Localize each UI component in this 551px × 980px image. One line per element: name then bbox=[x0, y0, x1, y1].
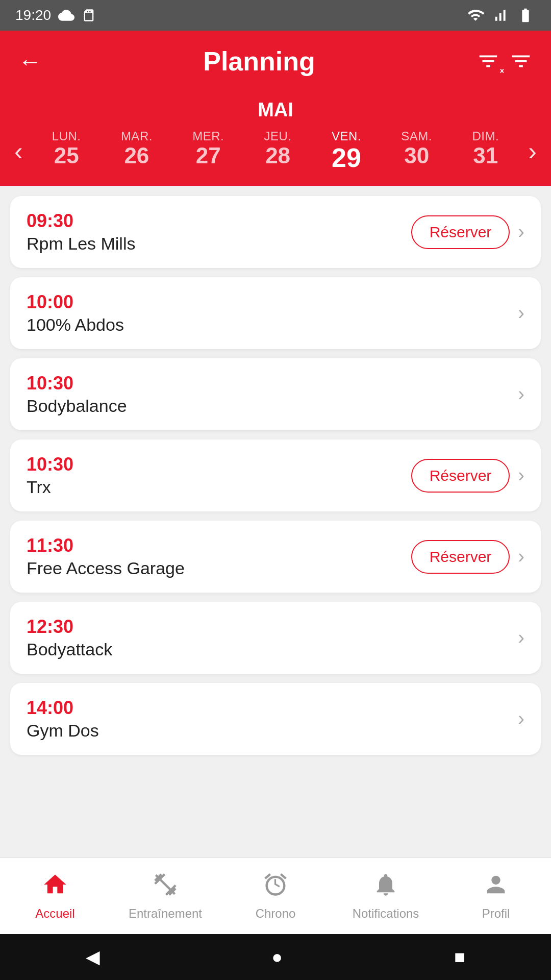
day-num: 27 bbox=[196, 143, 221, 168]
nav-label-entrainement: Entraînement bbox=[129, 906, 202, 921]
day-name: SAM. bbox=[401, 129, 432, 143]
schedule-item-right: › bbox=[518, 708, 524, 730]
day-name: DIM. bbox=[472, 129, 499, 143]
filter-clear-button[interactable]: ₓ bbox=[477, 50, 500, 73]
nav-icon-chrono bbox=[262, 871, 289, 903]
chevron-right-icon: › bbox=[518, 302, 524, 324]
schedule-time: 10:30 bbox=[27, 454, 73, 475]
battery-icon bbox=[515, 7, 536, 23]
day-num: 26 bbox=[124, 143, 149, 168]
chevron-right-icon: › bbox=[518, 708, 524, 730]
calendar-day-28[interactable]: JEU. 28 bbox=[258, 126, 298, 176]
nav-label-chrono: Chrono bbox=[256, 906, 296, 921]
filter-x-sub: ₓ bbox=[499, 63, 504, 75]
nav-icon-entrainement bbox=[152, 871, 179, 903]
filter-icon[interactable] bbox=[509, 50, 533, 73]
chevron-right-icon: › bbox=[518, 464, 524, 486]
calendar-week: ‹ LUN. 25 MAR. 26 MER. 27 JEU. 28 VEN. 2… bbox=[0, 126, 551, 176]
schedule-item-left: 09:30 Rpm Les Mills bbox=[27, 210, 135, 254]
nav-item-entrainement[interactable]: Entraînement bbox=[110, 871, 220, 921]
schedule-time: 11:30 bbox=[27, 535, 185, 556]
back-sys-button[interactable]: ◀ bbox=[86, 946, 100, 968]
schedule-item-right: › bbox=[518, 627, 524, 649]
day-num: 30 bbox=[404, 143, 429, 168]
reserve-button[interactable]: Réserver bbox=[411, 540, 510, 574]
header: ← Planning ₓ bbox=[0, 31, 551, 92]
schedule-time: 10:30 bbox=[27, 373, 127, 394]
schedule-item-right: › bbox=[518, 302, 524, 324]
day-name: JEU. bbox=[264, 129, 292, 143]
day-name: VEN. bbox=[332, 129, 361, 143]
schedule-item[interactable]: 10:00 100% Abdos › bbox=[10, 277, 541, 349]
sim-icon bbox=[82, 7, 96, 23]
recents-sys-button[interactable]: ■ bbox=[454, 946, 465, 968]
home-sys-button[interactable]: ● bbox=[271, 946, 283, 968]
nav-item-chrono[interactable]: Chrono bbox=[220, 871, 331, 921]
status-time: 19:20 bbox=[15, 7, 51, 23]
schedule-item-right: Réserver› bbox=[411, 540, 524, 574]
schedule-list: 09:30 Rpm Les Mills Réserver› 10:00 100%… bbox=[0, 186, 551, 916]
chevron-right-icon: › bbox=[518, 221, 524, 243]
day-num: 28 bbox=[265, 143, 290, 168]
day-name: MER. bbox=[192, 129, 224, 143]
schedule-item-right: › bbox=[518, 383, 524, 405]
day-num: 29 bbox=[332, 143, 361, 173]
reserve-button[interactable]: Réserver bbox=[411, 215, 510, 249]
back-button[interactable]: ← bbox=[18, 47, 42, 75]
schedule-name: Bodyattack bbox=[27, 640, 112, 659]
schedule-item-left: 10:00 100% Abdos bbox=[27, 291, 124, 335]
schedule-name: Rpm Les Mills bbox=[27, 234, 135, 254]
calendar-day-30[interactable]: SAM. 30 bbox=[395, 126, 438, 176]
reserve-button[interactable]: Réserver bbox=[411, 459, 510, 493]
calendar-next[interactable]: › bbox=[519, 136, 546, 166]
status-bar: 19:20 bbox=[0, 0, 551, 31]
schedule-item-left: 10:30 Trx bbox=[27, 454, 73, 497]
nav-icon-accueil bbox=[42, 871, 68, 903]
calendar-day-27[interactable]: MER. 27 bbox=[186, 126, 230, 176]
wifi-icon bbox=[466, 7, 485, 23]
schedule-name: Free Access Garage bbox=[27, 558, 185, 578]
schedule-item[interactable]: 10:30 Trx Réserver› bbox=[10, 439, 541, 511]
nav-label-profil: Profil bbox=[482, 906, 510, 921]
system-nav-bar: ◀ ● ■ bbox=[0, 934, 551, 980]
calendar-day-25[interactable]: LUN. 25 bbox=[46, 126, 87, 176]
schedule-time: 14:00 bbox=[27, 697, 99, 719]
page-title: Planning bbox=[42, 46, 477, 77]
schedule-name: Bodybalance bbox=[27, 396, 127, 416]
calendar-month: MAI bbox=[0, 92, 551, 126]
nav-item-profil[interactable]: Profil bbox=[441, 871, 551, 921]
day-name: LUN. bbox=[52, 129, 81, 143]
calendar-day-29[interactable]: VEN. 29 bbox=[325, 126, 367, 176]
calendar-prev[interactable]: ‹ bbox=[5, 136, 32, 166]
schedule-item[interactable]: 10:30 Bodybalance › bbox=[10, 358, 541, 430]
filter-x-icon bbox=[477, 50, 500, 73]
schedule-name: Gym Dos bbox=[27, 721, 99, 741]
chevron-right-icon: › bbox=[518, 546, 524, 568]
day-num: 25 bbox=[54, 143, 79, 168]
nav-item-notifications[interactable]: Notifications bbox=[331, 871, 441, 921]
schedule-item[interactable]: 09:30 Rpm Les Mills Réserver› bbox=[10, 196, 541, 268]
nav-label-notifications: Notifications bbox=[353, 906, 419, 921]
calendar-day-26[interactable]: MAR. 26 bbox=[115, 126, 159, 176]
nav-item-accueil[interactable]: Accueil bbox=[0, 871, 110, 921]
chevron-right-icon: › bbox=[518, 627, 524, 649]
schedule-item-left: 11:30 Free Access Garage bbox=[27, 535, 185, 578]
schedule-item[interactable]: 12:30 Bodyattack › bbox=[10, 602, 541, 674]
cloud-icon bbox=[58, 7, 74, 23]
schedule-item[interactable]: 11:30 Free Access Garage Réserver› bbox=[10, 521, 541, 593]
schedule-item[interactable]: 14:00 Gym Dos › bbox=[10, 683, 541, 755]
schedule-item-right: Réserver› bbox=[411, 215, 524, 249]
schedule-time: 10:00 bbox=[27, 291, 124, 313]
calendar: MAI ‹ LUN. 25 MAR. 26 MER. 27 JEU. 28 VE… bbox=[0, 92, 551, 186]
nav-icon-notifications bbox=[372, 871, 399, 903]
signal-icon bbox=[492, 7, 508, 23]
schedule-item-left: 12:30 Bodyattack bbox=[27, 616, 112, 659]
schedule-name: Trx bbox=[27, 477, 73, 497]
calendar-day-31[interactable]: DIM. 31 bbox=[466, 126, 505, 176]
schedule-time: 12:30 bbox=[27, 616, 112, 638]
chevron-right-icon: › bbox=[518, 383, 524, 405]
calendar-days: LUN. 25 MAR. 26 MER. 27 JEU. 28 VEN. 29 … bbox=[32, 126, 519, 176]
day-name: MAR. bbox=[121, 129, 153, 143]
schedule-item-left: 10:30 Bodybalance bbox=[27, 373, 127, 416]
schedule-time: 09:30 bbox=[27, 210, 135, 232]
